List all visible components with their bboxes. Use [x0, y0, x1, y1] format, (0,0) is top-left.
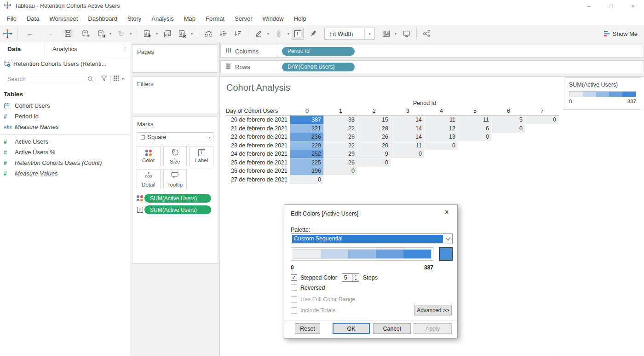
table-cell[interactable]: 20 — [357, 141, 391, 150]
table-cell[interactable]: 13 — [425, 133, 458, 141]
table-cell[interactable]: 229 — [290, 141, 324, 150]
reset-button[interactable]: Reset — [295, 323, 320, 334]
label-button[interactable]: T Label — [190, 146, 213, 166]
palette-dropdown[interactable]: Custom Sequential — [291, 233, 453, 244]
menu-map[interactable]: Map — [179, 15, 201, 22]
field-active-users-[interactable]: #Active Users % — [0, 147, 130, 158]
table-cell[interactable]: 11 — [458, 116, 492, 124]
table-cell[interactable]: 15 — [357, 116, 391, 124]
tooltip-button[interactable]: Tooltip — [163, 169, 187, 189]
table-cell[interactable]: 33 — [324, 116, 357, 124]
toolbar-logo-icon[interactable] — [1, 27, 13, 40]
table-cell[interactable]: 0 — [525, 116, 559, 124]
menu-analysis[interactable]: Analysis — [146, 15, 178, 22]
steps-spinner[interactable]: 5 ▲ ▼ — [342, 273, 359, 282]
table-cell[interactable]: 11 — [425, 116, 458, 124]
table-cell[interactable]: 221 — [290, 124, 324, 133]
steps-value[interactable]: 5 — [342, 274, 352, 281]
field-active-users[interactable]: #Active Users — [0, 136, 130, 147]
datasource-row[interactable]: Retention Cohorts Users (Retenti... — [0, 56, 130, 71]
columns-pill-period-id[interactable]: Period Id — [282, 47, 355, 56]
table-cell[interactable]: 0 — [324, 167, 357, 175]
menu-dashboard[interactable]: Dashboard — [83, 15, 122, 22]
format-clip-icon[interactable] — [273, 27, 285, 40]
presentation-mode-icon[interactable] — [400, 27, 412, 40]
maximize-button[interactable]: □ — [600, 0, 622, 12]
row-header[interactable]: 21 de febrero de 2021 — [226, 124, 290, 133]
row-header[interactable]: 27 de febrero de 2021 — [226, 175, 290, 184]
color-encoding-pill[interactable]: SUM(Active Users) — [144, 194, 211, 203]
run-update-icon[interactable]: ↻ — [115, 27, 127, 40]
filter-fields-icon[interactable] — [101, 75, 107, 83]
pane-more-icon[interactable]: ⋮ — [121, 42, 130, 56]
legend-gradient-bar[interactable] — [569, 91, 636, 97]
table-cell[interactable]: 26 — [324, 133, 357, 141]
mark-type-caret[interactable]: ▾ — [207, 135, 212, 140]
menu-help[interactable]: Help — [289, 15, 311, 22]
advanced-button[interactable]: Advanced >> — [414, 305, 452, 315]
menu-file[interactable]: File — [2, 15, 22, 22]
row-header[interactable]: 20 de febrero de 2021 — [226, 116, 290, 124]
show-hide-cards-caret[interactable]: ▾ — [393, 32, 398, 36]
highlight-caret[interactable]: ▾ — [266, 32, 270, 36]
menu-worksheet[interactable]: Worksheet — [44, 15, 83, 22]
column-header-3[interactable]: 3 — [391, 108, 425, 115]
show-me-button[interactable]: Show Me — [604, 25, 638, 42]
column-header-5[interactable]: 5 — [458, 108, 492, 115]
table-cell[interactable]: 5 — [492, 116, 525, 124]
field-measure-values[interactable]: #Measure Values — [0, 168, 130, 179]
table-cell[interactable]: 9 — [357, 150, 391, 158]
table-cell[interactable]: 22 — [324, 141, 357, 150]
duplicate-sheet-icon[interactable] — [161, 27, 173, 40]
table-cell[interactable]: 26 — [357, 133, 391, 141]
table-cell[interactable]: 387 — [290, 116, 324, 124]
row-header[interactable]: 26 de febrero de 2021 — [226, 167, 290, 175]
close-button[interactable]: × — [622, 0, 644, 12]
highlight-icon[interactable] — [253, 27, 264, 40]
table-cell[interactable]: 225 — [290, 158, 324, 167]
sort-ascending-icon[interactable] — [217, 27, 229, 40]
steps-up-icon[interactable]: ▲ — [353, 274, 359, 278]
dialog-close-icon[interactable]: × — [442, 208, 452, 216]
column-header-2[interactable]: 2 — [357, 108, 391, 115]
clear-sheet-icon[interactable] — [176, 27, 188, 40]
table-cell[interactable]: 22 — [324, 124, 357, 133]
row-header[interactable]: 23 de febrero de 2021 — [226, 141, 290, 150]
menu-data[interactable]: Data — [22, 15, 44, 22]
table-cell[interactable]: 14 — [391, 124, 425, 133]
color-swatch[interactable] — [439, 247, 453, 261]
show-hide-cards-icon[interactable] — [380, 27, 392, 40]
tab-analytics[interactable]: Analytics — [45, 42, 121, 56]
table-cell[interactable]: 252 — [290, 150, 324, 158]
table-cell[interactable]: 6 — [458, 124, 492, 133]
table-cell[interactable]: 0 — [391, 150, 425, 158]
menu-story[interactable]: Story — [122, 15, 146, 22]
detail-button[interactable]: Detail — [137, 169, 161, 189]
format-clip-caret[interactable]: ▾ — [286, 32, 291, 36]
table-cell[interactable]: 0 — [492, 124, 525, 133]
field-period-id[interactable]: #Period Id — [0, 111, 130, 122]
column-header-0[interactable]: 0 — [290, 108, 324, 115]
row-field-header[interactable]: Day of Cohort Users — [226, 108, 290, 115]
steps-down-icon[interactable]: ▼ — [353, 278, 359, 282]
fix-axes-icon[interactable] — [307, 27, 319, 40]
palette-dropdown-caret[interactable] — [444, 234, 452, 244]
run-update-caret[interactable]: ▾ — [128, 32, 133, 36]
field-retention-cohorts-users-count-[interactable]: #Retention Cohorts Users (Count) — [0, 158, 130, 168]
search-box[interactable] — [4, 74, 96, 84]
fit-selector-caret[interactable]: ▾ — [364, 28, 374, 39]
table-cell[interactable]: 11 — [391, 141, 425, 150]
undo-icon[interactable]: ← — [24, 27, 36, 40]
table-cell[interactable]: 0 — [357, 158, 391, 167]
column-header-6[interactable]: 6 — [492, 108, 525, 115]
menu-window[interactable]: Window — [257, 15, 288, 22]
stepped-color-checkbox[interactable]: ✓ — [291, 274, 297, 281]
view-options-icon[interactable] — [113, 75, 120, 83]
column-header-1[interactable]: 1 — [324, 108, 357, 115]
color-button[interactable]: Color — [137, 146, 161, 166]
column-header-7[interactable]: 7 — [525, 108, 559, 115]
dialog-gradient-frame[interactable] — [291, 247, 433, 261]
menu-format[interactable]: Format — [201, 15, 230, 22]
table-cell[interactable]: 236 — [290, 133, 324, 141]
field-cohort-users[interactable]: Cohort Users — [0, 100, 130, 111]
